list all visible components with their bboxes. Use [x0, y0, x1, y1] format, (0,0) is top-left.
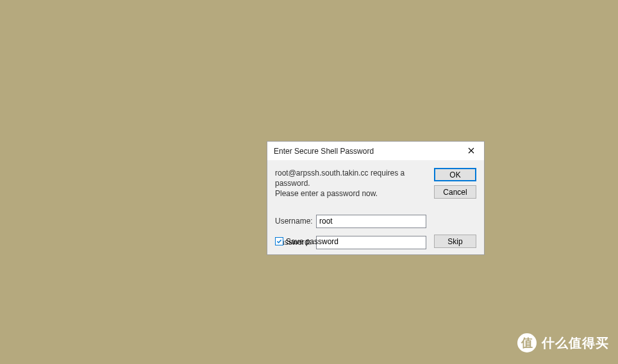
watermark: 值 什么值得买 — [517, 333, 609, 352]
ssh-password-dialog: Enter Secure Shell Password root@arpssh.… — [267, 141, 485, 255]
username-row: Username: — [275, 215, 476, 228]
username-label: Username: — [275, 217, 316, 226]
cancel-button[interactable]: Cancel — [434, 185, 476, 199]
dialog-titlebar[interactable]: Enter Secure Shell Password — [267, 142, 484, 160]
skip-button[interactable]: Skip — [434, 235, 476, 248]
dialog-bottom-row: Save password Skip — [275, 235, 476, 248]
watermark-text: 什么值得买 — [542, 335, 609, 352]
checkbox-icon — [275, 237, 283, 245]
dialog-title: Enter Secure Shell Password — [274, 147, 374, 156]
message-line-2: Please enter a password now. — [275, 188, 422, 199]
save-password-checkbox[interactable]: Save password — [275, 237, 338, 246]
close-button[interactable] — [462, 145, 480, 158]
dialog-message: root@arpssh.south.takin.cc requires a pa… — [275, 168, 422, 199]
message-line-1: root@arpssh.south.takin.cc requires a pa… — [275, 168, 422, 188]
username-input[interactable] — [316, 215, 426, 228]
button-column: OK Cancel — [434, 168, 476, 203]
ok-button[interactable]: OK — [434, 168, 476, 181]
close-icon — [468, 147, 474, 156]
watermark-icon: 值 — [517, 333, 537, 352]
dialog-content: root@arpssh.south.takin.cc requires a pa… — [267, 160, 484, 254]
save-password-label: Save password — [286, 237, 338, 246]
